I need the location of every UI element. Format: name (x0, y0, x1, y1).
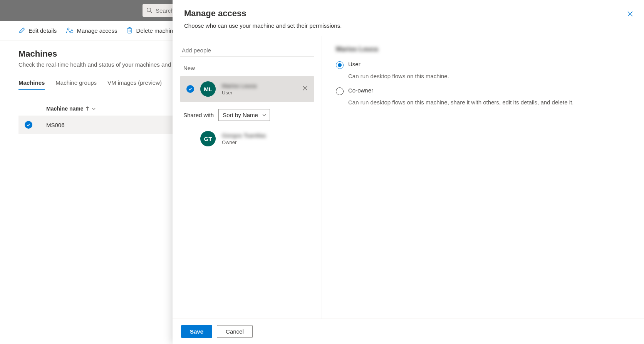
cmd-label: Manage access (77, 27, 117, 34)
radio-label: User (348, 61, 361, 69)
person-checkbox[interactable] (186, 85, 194, 93)
person-name: Marios Louca (222, 82, 296, 89)
panel-header: Manage access Choose who can use your ma… (173, 0, 644, 36)
person-role: User (222, 90, 296, 96)
sort-select[interactable]: Sort by Name (218, 109, 270, 121)
search-icon (146, 7, 153, 13)
panel-left: New ML Marios Louca User Shared with Sor… (173, 36, 322, 319)
svg-point-2 (67, 28, 69, 30)
close-icon (302, 86, 308, 91)
avatar: GT (200, 131, 216, 146)
cmd-label: Edit details (29, 27, 57, 34)
radio-button[interactable] (336, 87, 344, 95)
svg-point-0 (147, 8, 151, 12)
cmd-manage-access[interactable]: Manage access (66, 27, 117, 34)
manage-access-panel: Manage access Choose who can use your ma… (173, 0, 644, 344)
tab-vm-images[interactable]: VM images (preview) (107, 76, 162, 90)
checkmark-icon (188, 87, 193, 91)
chevron-down-icon (92, 107, 96, 111)
selected-person-name: Marios Louca (336, 45, 630, 53)
checkmark-icon (26, 122, 31, 127)
save-button[interactable]: Save (181, 325, 212, 338)
radio-label: Co-owner (348, 87, 373, 95)
person-row-shared[interactable]: GT Giorgos Tsantilas Owner (180, 126, 314, 152)
cancel-button[interactable]: Cancel (217, 325, 253, 338)
row-checkbox[interactable] (25, 121, 32, 129)
tab-machines[interactable]: Machines (18, 76, 45, 90)
person-row-new[interactable]: ML Marios Louca User (180, 76, 314, 102)
cmd-delete-machine[interactable]: Delete machine (126, 27, 176, 34)
remove-person-button[interactable] (302, 86, 308, 92)
radio-coowner[interactable]: Co-owner (336, 87, 630, 95)
shared-with-row: Shared with Sort by Name (183, 109, 314, 121)
svg-rect-3 (71, 31, 73, 33)
svg-line-1 (151, 12, 152, 13)
cmd-edit-details[interactable]: Edit details (18, 27, 57, 34)
person-name: Giorgos Tsantilas (222, 132, 308, 139)
machine-name-cell: MS006 (46, 122, 65, 128)
radio-button[interactable] (336, 61, 344, 69)
person-role: Owner (222, 139, 308, 145)
trash-icon (126, 27, 133, 34)
pencil-icon (18, 27, 25, 34)
shared-with-label: Shared with (183, 112, 214, 118)
panel-right: Marios Louca User Can run desktop flows … (322, 36, 644, 319)
add-people-input[interactable] (180, 44, 314, 57)
sort-up-icon (86, 106, 89, 111)
panel-subtitle: Choose who can use your machine and set … (184, 22, 632, 29)
people-lock-icon (66, 27, 74, 34)
column-machine-name[interactable]: Machine name (46, 106, 96, 112)
panel-title: Manage access (184, 8, 632, 18)
radio-desc: Can run desktop flows on this machine, s… (348, 98, 630, 106)
close-icon (627, 11, 633, 17)
new-section-label: New (183, 65, 314, 71)
cmd-label: Delete machine (136, 27, 176, 34)
avatar: ML (200, 81, 216, 97)
panel-body: New ML Marios Louca User Shared with Sor… (173, 36, 644, 319)
column-label: Machine name (46, 106, 83, 112)
panel-footer: Save Cancel (173, 319, 644, 344)
tab-machine-groups[interactable]: Machine groups (55, 76, 97, 90)
close-button[interactable] (627, 11, 633, 18)
radio-user[interactable]: User (336, 61, 630, 69)
radio-desc: Can run desktop flows on this machine. (348, 72, 630, 80)
